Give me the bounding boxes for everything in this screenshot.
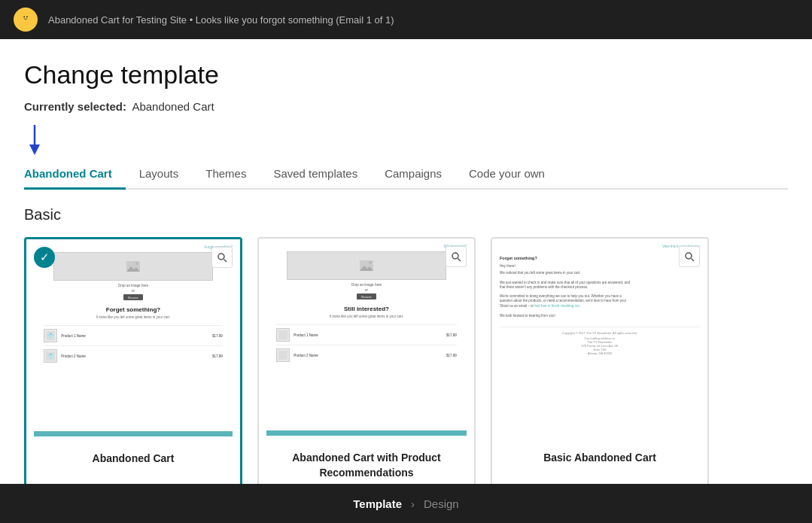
selected-badge: ✓ xyxy=(34,247,55,268)
svg-point-11 xyxy=(135,262,138,265)
svg-point-7 xyxy=(218,254,224,260)
svg-point-5 xyxy=(26,16,28,17)
svg-rect-21 xyxy=(278,330,287,339)
tab-code-your-own[interactable]: Code your own xyxy=(455,160,558,190)
bottom-bar: Template › Design xyxy=(0,484,812,491)
card-label-1: Abandoned Cart xyxy=(26,442,240,476)
page-title: Change template xyxy=(24,60,788,90)
tab-layouts[interactable]: Layouts xyxy=(126,160,193,190)
arrow-indicator xyxy=(24,129,788,160)
check-icon: ✓ xyxy=(40,251,50,264)
svg-line-17 xyxy=(458,259,461,262)
tab-saved-templates[interactable]: Saved templates xyxy=(260,160,371,190)
card-label-3: Basic Abandoned Cart xyxy=(492,442,707,475)
section-title: Basic xyxy=(24,206,788,223)
template-cards-grid: ✓ Forget something? xyxy=(24,237,788,491)
main-content: Change template Currently selected: Aban… xyxy=(0,39,812,491)
svg-text:👕: 👕 xyxy=(47,353,54,360)
mailchimp-logo xyxy=(14,8,38,32)
card-label-2: Abandoned Cart with Product Recommendati… xyxy=(259,442,474,489)
preview-search-button-3[interactable] xyxy=(679,246,700,267)
svg-line-8 xyxy=(224,260,227,263)
tab-campaigns[interactable]: Campaigns xyxy=(371,160,455,190)
preview-search-button-2[interactable] xyxy=(446,246,467,267)
card-preview-3: View this in your browser Forget somethi… xyxy=(492,239,707,442)
preview-search-button-1[interactable] xyxy=(211,247,233,268)
card-preview-1: ✓ Forget something? xyxy=(26,239,240,442)
email-mockup-3: View this in your browser Forget somethi… xyxy=(492,239,707,442)
svg-point-16 xyxy=(452,253,458,259)
svg-rect-22 xyxy=(278,351,287,360)
template-card-abandoned-cart[interactable]: ✓ Forget something? xyxy=(24,237,242,491)
svg-point-3 xyxy=(27,20,30,23)
template-card-basic[interactable]: View this in your browser Forget somethi… xyxy=(491,237,709,491)
tab-themes[interactable]: Themes xyxy=(192,160,260,190)
svg-point-2 xyxy=(21,20,24,23)
email-mockup-2: Still interested? Drop an image here or … xyxy=(259,239,474,442)
top-bar-title: Abandoned Cart for Testing Site • Looks … xyxy=(48,14,394,26)
svg-text:👕: 👕 xyxy=(47,333,54,339)
currently-selected-label: Currently selected: xyxy=(24,100,126,113)
svg-point-4 xyxy=(23,16,25,17)
tabs-navigation: Abandoned Cart Layouts Themes Saved temp… xyxy=(24,160,788,190)
template-card-recommendations[interactable]: Still interested? Drop an image here or … xyxy=(257,237,476,491)
email-mockup-1: Forget something? Drop an image here or … xyxy=(26,239,240,442)
card-preview-2: Still interested? Drop an image here or … xyxy=(259,239,474,442)
svg-point-20 xyxy=(369,261,372,264)
currently-selected-value: Abandoned Cart xyxy=(132,100,214,113)
svg-line-24 xyxy=(692,259,695,262)
top-bar: Abandoned Cart for Testing Site • Looks … xyxy=(0,0,812,39)
svg-point-23 xyxy=(686,253,692,259)
currently-selected-text: Currently selected: Abandoned Cart xyxy=(24,100,788,113)
tab-abandoned-cart[interactable]: Abandoned Cart xyxy=(24,160,126,190)
